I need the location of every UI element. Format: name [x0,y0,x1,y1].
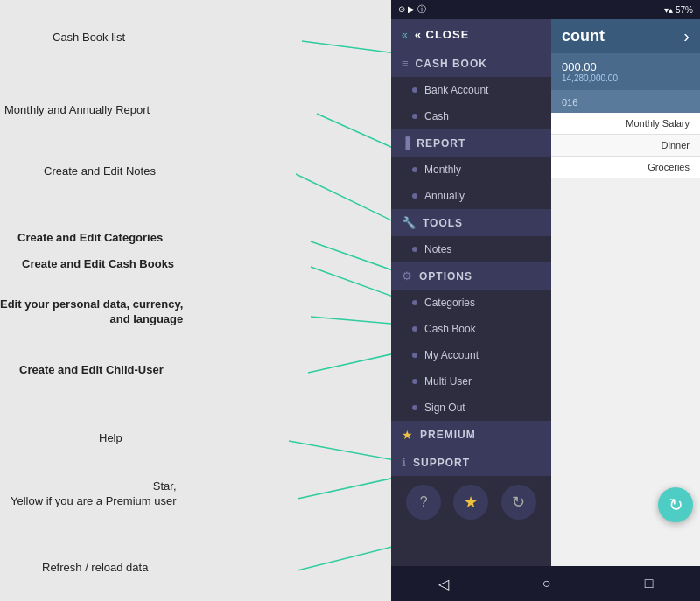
annotation-cashbooks: Create and Edit Cash Books [22,257,174,272]
tools-icon: 🔧 [402,216,416,229]
account-info: 000.00 14,280,000.00 [551,53,700,90]
drawer-item-cashbook[interactable]: Cash Book [391,316,551,342]
app-title: count [562,27,605,45]
nav-home-icon[interactable]: ○ [542,576,551,591]
account-date-text: 016 [562,97,578,108]
cashbook-section-header: ≡ CASH BOOK [391,50,551,77]
help-button[interactable]: ? [406,485,441,520]
cashbook-label: CASH BOOK [416,58,487,70]
annotation-cash-book-list: Cash Book list [52,31,125,45]
notes-label: Notes [424,243,452,255]
svg-line-10 [298,500,391,570]
status-icons-left: ⊙ ▶ ⓘ [398,3,426,16]
annotation-personal: Edit your personal data, currency, and l… [0,297,183,327]
app-header: count › [551,19,700,53]
annotation-text-categories: Create and Edit Categories [18,231,163,246]
svg-line-6 [311,317,391,325]
drawer-item-notes[interactable]: Notes [391,236,551,262]
annotations-layer: Cash Book list Monthly and Annually Repo… [0,0,391,601]
status-bar: ⊙ ▶ ⓘ ▾▴ 57% [391,0,700,19]
drawer-item-sign-out[interactable]: Sign Out [391,395,551,421]
drawer-item-cash[interactable]: Cash [391,103,551,129]
annotation-text-cash-book-list: Cash Book list [52,31,125,45]
bank-account-label: Bank Account [424,84,488,96]
drawer-item-my-account[interactable]: My Account [391,342,551,368]
report-section-header: ▐ REPORT [391,129,551,157]
options-icon: ⚙ [402,269,412,283]
support-label: SUPPORT [413,457,470,469]
annotation-help: Help [99,431,122,446]
nav-bar: ◁ ○ □ [391,566,700,601]
cashbook-icon: ≡ [402,57,409,70]
drawer-item-monthly[interactable]: Monthly [391,157,551,183]
drawer-footer: ? ★ ↻ [391,476,551,528]
dot-icon [412,300,417,305]
status-bar-right: ▾▴ 57% [664,5,693,15]
annotation-notes: Create and Edit Notes [44,164,156,179]
svg-line-7 [308,352,391,373]
drawer-item-bank-account[interactable]: Bank Account [391,77,551,103]
tools-section-header: 🔧 TOOLS [391,209,551,236]
dot-icon [412,353,417,358]
close-label: « CLOSE [415,28,470,41]
help-icon: ? [420,494,428,510]
account-balance: 000.00 [562,60,690,73]
drawer-close-button[interactable]: « « CLOSE [391,19,551,50]
fab-refresh-icon: ↻ [668,494,683,515]
annotation-text-personal: Edit your personal data, currency, and l… [0,297,183,327]
options-label: OPTIONS [419,270,472,283]
premium-label: PREMIUM [420,429,476,441]
sign-out-label: Sign Out [424,402,466,414]
dot-icon [412,379,417,384]
transaction-name: Dinner [562,140,690,150]
close-arrow-icon: « [402,29,408,41]
annotation-star: Star, Yellow if you are a Premium user [10,479,177,509]
navigate-forward-icon[interactable]: › [683,26,690,46]
drawer-item-multi-user[interactable]: Multi User [391,368,551,395]
svg-line-1 [302,41,391,54]
categories-label: Categories [424,297,475,309]
phone-frame: ⊙ ▶ ⓘ ▾▴ 57% « « CLOSE ≡ CASH BOOK Bank … [391,0,700,601]
premium-star-icon: ★ [402,428,413,442]
refresh-button[interactable]: ↻ [501,485,536,520]
tools-label: TOOLS [423,217,463,229]
star-icon: ★ [464,493,478,512]
svg-line-9 [298,464,391,499]
annotation-arrows [0,0,391,601]
annotation-text-refresh: Refresh / reload data [42,561,148,576]
star-button[interactable]: ★ [453,485,488,520]
drawer-item-categories[interactable]: Categories [391,290,551,316]
list-item[interactable]: Groceries [551,157,700,178]
nav-recent-icon[interactable]: □ [645,576,654,591]
list-item[interactable]: Dinner [551,135,700,157]
nav-back-icon[interactable]: ◁ [438,576,449,592]
cash-label: Cash [424,110,449,122]
phone-content: « « CLOSE ≡ CASH BOOK Bank Account Cash … [391,19,700,566]
annotation-categories: Create and Edit Categories [18,231,163,246]
transaction-name: Monthly Salary [562,118,690,129]
support-section[interactable]: ℹ SUPPORT [391,449,551,476]
account-date-bar: 016 [551,90,700,113]
dot-icon [412,326,417,332]
support-info-icon: ℹ [402,456,406,469]
drawer-item-annually[interactable]: Annually [391,183,551,209]
annotation-child-user: Create and Edit Child-User [19,363,164,378]
list-item[interactable]: Monthly Salary [551,113,700,135]
dot-icon [412,167,417,172]
annotation-text-monthly-annually: Monthly and Annually Report [4,103,150,118]
multi-user-label: Multi User [424,375,472,388]
dot-icon [412,114,417,119]
annotation-text-help: Help [99,431,122,446]
dot-icon [412,247,417,252]
refresh-icon: ↻ [512,493,525,512]
svg-line-2 [317,114,391,152]
transaction-name: Groceries [562,162,690,172]
cashbook-item-label: Cash Book [424,323,476,335]
premium-section[interactable]: ★ PREMIUM [391,421,551,449]
svg-line-4 [311,241,391,274]
app-main-content: count › 000.00 14,280,000.00 016 Monthly… [551,19,700,566]
account-subbalance: 14,280,000.00 [562,73,690,83]
options-section-header: ⚙ OPTIONS [391,262,551,290]
fab-refresh[interactable]: ↻ [658,487,693,522]
dot-icon [412,405,417,410]
